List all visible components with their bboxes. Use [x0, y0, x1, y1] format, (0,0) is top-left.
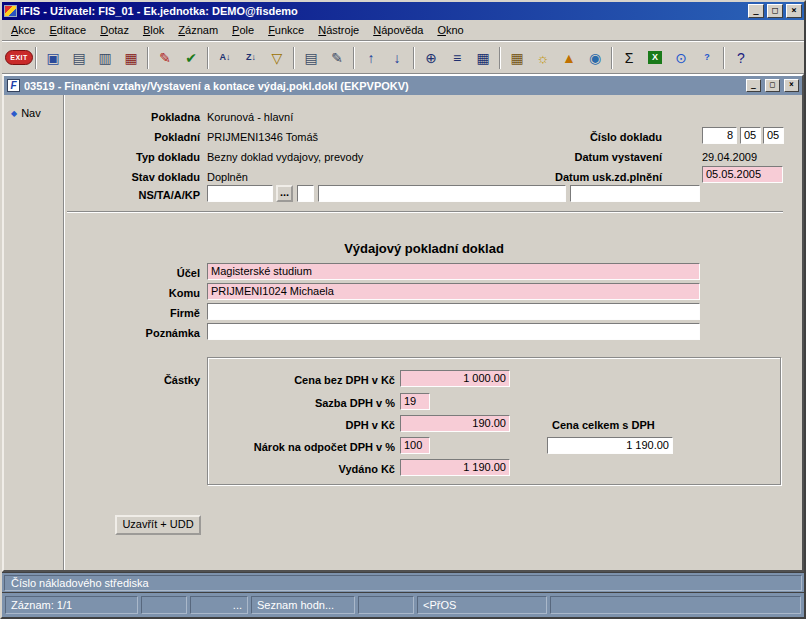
menu-item-zaznam[interactable]: Záznam: [171, 21, 225, 39]
stav-dokladu-label: Stav dokladu: [65, 169, 200, 186]
toolbar-separator: [499, 47, 501, 69]
execute-query-icon[interactable]: ✔: [179, 46, 203, 70]
firme-field[interactable]: [207, 303, 700, 320]
child-close-button[interactable]: ×: [784, 79, 799, 92]
cislo-dokladu-field-1[interactable]: 8: [702, 127, 737, 144]
calendar-icon[interactable]: ▦: [505, 46, 529, 70]
narok-field[interactable]: 100: [400, 437, 430, 454]
sum-icon[interactable]: Σ: [617, 46, 641, 70]
statusbar: Číslo nákladového střediska: [2, 572, 804, 592]
close-button[interactable]: ×: [786, 4, 802, 18]
menu-item-editace[interactable]: Editace: [42, 21, 93, 39]
next-record-icon[interactable]: ↓: [385, 46, 409, 70]
cislo-dokladu-field-2[interactable]: 05: [740, 127, 761, 144]
cena-celkem-label: Cena celkem s DPH: [552, 417, 702, 434]
nav-bullet-icon: ◆: [11, 109, 17, 118]
print-document-icon[interactable]: ▤: [299, 46, 323, 70]
list-of-values-icon[interactable]: ≡: [445, 46, 469, 70]
vydano-label: Vydáno Kč: [215, 461, 395, 478]
firme-label: Firmě: [65, 305, 200, 322]
ns-field-3[interactable]: [318, 185, 566, 202]
castky-label: Částky: [65, 372, 200, 389]
nav-item[interactable]: ◆ Nav: [4, 107, 63, 119]
warning-icon[interactable]: ▲: [557, 46, 581, 70]
menu-item-funkce[interactable]: Funkce: [261, 21, 311, 39]
print-icon[interactable]: ▤: [67, 46, 91, 70]
sort-asc-icon[interactable]: A↓: [213, 46, 237, 70]
menu-item-napoveda[interactable]: Nápověda: [366, 21, 430, 39]
help-edit-icon[interactable]: ?: [695, 46, 719, 70]
help-icon[interactable]: ?: [729, 46, 753, 70]
window-title: iFIS - Uživatel: FIS_01 - Ek.jednotka: D…: [20, 5, 745, 17]
form-window-titlebar[interactable]: F 03519 - Finanční vztahy/Vystavení a ko…: [4, 76, 802, 95]
ns-label: NS/TA/A/KP: [65, 187, 200, 204]
ns-browse-button[interactable]: ...: [276, 185, 293, 202]
record-indicator: Záznam: 1/1: [5, 596, 138, 614]
toolbar-separator: [723, 47, 725, 69]
typ-dokladu-value: Bezny doklad vydajovy, prevody: [207, 149, 363, 166]
ucel-field[interactable]: Magisterské studium: [207, 263, 700, 280]
special-functions-icon[interactable]: ☼: [531, 46, 555, 70]
previous-record-icon[interactable]: ↑: [359, 46, 383, 70]
menu-item-dotaz[interactable]: Dotaz: [93, 21, 136, 39]
child-maximize-button[interactable]: □: [765, 79, 780, 92]
toolbar: EXIT▣▤▥▦✎✔A↓Z↓▽▤✎↑↓⊕≡▦▦☼▲◉ΣX⊙??: [2, 41, 804, 74]
poznamka-field[interactable]: [207, 323, 700, 340]
ifis-logo-icon: F: [7, 79, 20, 92]
record-statusbar: Záznam: 1/1 ... Seznam hodn... <PřOS: [2, 592, 804, 617]
datum-plneni-label: Datum usk.zd.plnění: [520, 169, 662, 186]
sort-desc-icon[interactable]: Z↓: [239, 46, 263, 70]
filter-icon[interactable]: ▽: [265, 46, 289, 70]
komu-field[interactable]: PRIJMENI1024 Michaela: [207, 283, 700, 300]
sazba-dph-field[interactable]: 19: [400, 393, 430, 410]
separator-line: [67, 211, 783, 213]
komu-label: Komu: [65, 285, 200, 302]
minimize-button[interactable]: _: [748, 4, 764, 18]
ns-field-4[interactable]: [570, 185, 700, 202]
cena-bez-dph-label: Cena bez DPH v Kč: [215, 372, 395, 389]
status-cell: [550, 596, 801, 614]
edit-document-icon[interactable]: ✎: [325, 46, 349, 70]
app-icon: [4, 5, 17, 17]
zoom-icon[interactable]: ⊕: [419, 46, 443, 70]
menu-item-blok[interactable]: Blok: [136, 21, 171, 39]
pokladni-label: Pokladní: [65, 129, 200, 146]
globe-icon[interactable]: ◉: [583, 46, 607, 70]
menu-item-nastroje[interactable]: Nástroje: [311, 21, 366, 39]
datum-vystaveni-label: Datum vystavení: [520, 149, 662, 166]
menu-item-okno[interactable]: Okno: [430, 21, 470, 39]
cena-celkem-field[interactable]: 1 190.00: [547, 437, 673, 454]
dph-label: DPH v Kč: [215, 417, 395, 434]
ns-field-2[interactable]: [297, 185, 314, 202]
cislo-dokladu-label: Číslo dokladu: [520, 129, 662, 146]
typ-dokladu-label: Typ dokladu: [65, 149, 200, 166]
enter-query-icon[interactable]: ✎: [153, 46, 177, 70]
excel-export-icon[interactable]: X: [643, 46, 667, 70]
menu-item-pole[interactable]: Pole: [225, 21, 261, 39]
pokladna-label: Pokladna: [65, 109, 200, 126]
maximize-button[interactable]: □: [767, 4, 783, 18]
exit-button[interactable]: EXIT: [7, 46, 31, 70]
cislo-dokladu-field-3[interactable]: 05: [763, 127, 784, 144]
vydano-field[interactable]: 1 190.00: [400, 459, 510, 476]
uzavrit-udd-button[interactable]: Uzavřít + UDD: [115, 515, 201, 535]
save-icon[interactable]: ▣: [41, 46, 65, 70]
history-icon[interactable]: ⊙: [669, 46, 693, 70]
dph-field[interactable]: 190.00: [400, 415, 510, 432]
print-preview-icon[interactable]: ▥: [93, 46, 117, 70]
ns-field-1[interactable]: [207, 185, 273, 202]
form-window-title: 03519 - Finanční vztahy/Vystavení a kont…: [24, 80, 742, 92]
detail-grid-icon[interactable]: ▦: [471, 46, 495, 70]
child-minimize-button[interactable]: _: [746, 79, 761, 92]
narok-label: Nárok na odpočet DPH v %: [215, 439, 395, 456]
print-setup-icon[interactable]: ▦: [119, 46, 143, 70]
datum-vystaveni-value: 29.04.2009: [702, 149, 757, 166]
cena-bez-dph-field[interactable]: 1 000.00: [400, 370, 510, 387]
form-window: F 03519 - Finanční vztahy/Vystavení a ko…: [2, 74, 804, 572]
datum-plneni-field[interactable]: 05.05.2005: [702, 166, 783, 183]
form-heading: Výdajový pokladní doklad: [65, 241, 783, 256]
titlebar[interactable]: iFIS - Uživatel: FIS_01 - Ek.jednotka: D…: [2, 2, 804, 20]
form-window-body: ◆ Nav Pokladna Korunová - hlavní Pokladn…: [4, 95, 802, 570]
stav-dokladu-value: Doplněn: [207, 169, 248, 186]
menu-item-akce[interactable]: Akce: [4, 21, 42, 39]
